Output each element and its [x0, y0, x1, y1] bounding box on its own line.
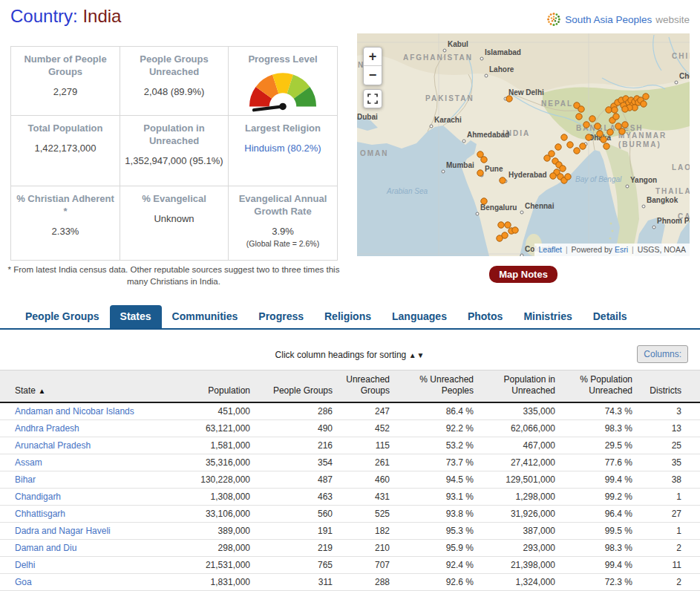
cell-value: 2	[632, 574, 700, 591]
people-group-dot[interactable]	[481, 157, 487, 163]
map-label-ahmedabad: Ahmedabad	[467, 131, 509, 139]
cell-state: Bihar	[0, 471, 186, 489]
leaflet-link[interactable]: Leaflet	[538, 245, 562, 254]
column-header-pct-unreached-peoples[interactable]: % Unreached Peoples	[390, 370, 474, 403]
people-group-dot[interactable]	[619, 128, 625, 134]
esri-link[interactable]: Esri	[615, 245, 628, 254]
people-group-dot[interactable]	[583, 122, 589, 128]
map-label-bengaluru: Bengaluru	[480, 203, 517, 212]
people-group-dot[interactable]	[500, 177, 506, 183]
state-link[interactable]: Bihar	[15, 474, 36, 485]
tab-states[interactable]: States	[110, 305, 162, 328]
people-group-dot[interactable]	[477, 170, 483, 176]
people-group-dot[interactable]	[622, 122, 628, 128]
column-header-state[interactable]: State ▲	[0, 370, 186, 403]
map-fullscreen-button[interactable]	[363, 89, 382, 108]
cell-value: 1	[632, 523, 700, 540]
people-group-dot[interactable]	[574, 148, 580, 154]
people-group-dot[interactable]	[580, 143, 586, 149]
column-header-people-groups[interactable]: People Groups	[250, 370, 333, 403]
tab-photos[interactable]: Photos	[457, 305, 513, 328]
state-link[interactable]: Chandigarh	[15, 492, 61, 502]
india-map[interactable]: AFGHANISTANPAKISTANCHINANEPALINDIABANGLA…	[357, 33, 690, 256]
stat-number-of-people-groups: Number of People Groups 2,279	[10, 46, 120, 116]
city-marker-icon	[476, 212, 479, 215]
cell-value: 765	[250, 557, 333, 574]
cell-value: 115	[333, 437, 390, 454]
people-group-dot[interactable]	[512, 227, 518, 233]
tab-people-groups[interactable]: People Groups	[15, 305, 110, 328]
state-link[interactable]: Andaman and Nicobar Islands	[15, 406, 134, 417]
table-row: Delhi21,531,00076570792.4 %21,398,00099.…	[0, 557, 700, 574]
people-group-dot[interactable]	[505, 222, 511, 228]
people-group-dot[interactable]	[622, 106, 628, 112]
people-group-dot[interactable]	[589, 116, 595, 122]
people-group-dot[interactable]	[603, 143, 609, 149]
people-group-dot[interactable]	[565, 174, 571, 180]
cell-value: 27	[632, 506, 700, 523]
cell-value: 1,308,000	[186, 489, 250, 506]
state-link[interactable]: Dadra and Nagar Haveli	[15, 526, 111, 536]
people-group-dot[interactable]	[555, 144, 561, 150]
people-group-dot[interactable]	[595, 123, 601, 129]
people-group-dot[interactable]	[597, 131, 603, 137]
south-asia-peoples-logo-icon	[546, 12, 561, 27]
people-group-dot[interactable]	[544, 155, 550, 161]
people-group-dot[interactable]	[586, 134, 592, 140]
state-link[interactable]: Delhi	[15, 560, 35, 570]
column-header-population[interactable]: Population	[186, 370, 250, 403]
state-link[interactable]: Goa	[15, 577, 32, 587]
people-group-dot[interactable]	[643, 94, 649, 99]
tab-ministries[interactable]: Ministries	[513, 305, 582, 328]
people-group-dot[interactable]	[578, 106, 584, 112]
tab-progress[interactable]: Progress	[248, 305, 314, 328]
columns-button[interactable]: Columns:	[637, 345, 688, 363]
people-group-dot[interactable]	[498, 222, 504, 228]
tab-details[interactable]: Details	[583, 305, 638, 328]
map-notes-button[interactable]: Map Notes	[489, 266, 557, 283]
column-header-population-in-unreached[interactable]: Population in Unreached	[474, 370, 555, 403]
people-group-dot[interactable]	[481, 198, 487, 204]
people-group-dot[interactable]	[497, 235, 503, 241]
column-header-pct-population-unreached[interactable]: % Population Unreached	[555, 370, 632, 403]
people-group-dot[interactable]	[601, 137, 606, 143]
cell-value: 130,228,000	[186, 471, 250, 489]
cell-state: Chhattisgarh	[0, 506, 186, 523]
map-zoom-in-button[interactable]: +	[364, 48, 382, 66]
state-link[interactable]: Assam	[15, 457, 42, 468]
cell-value: 182	[333, 523, 390, 540]
state-link[interactable]: Andhra Pradesh	[15, 423, 79, 434]
people-group-dot[interactable]	[612, 107, 618, 113]
people-group-dot[interactable]	[613, 114, 619, 120]
city-marker-icon	[462, 140, 465, 143]
cell-value: 92.4 %	[390, 557, 474, 574]
tab-religions[interactable]: Religions	[314, 305, 382, 328]
table-row: Arunachal Pradesh1,581,00021611553.2 %46…	[0, 437, 700, 454]
state-link[interactable]: Chhattisgarh	[15, 509, 65, 519]
tab-languages[interactable]: Languages	[382, 305, 457, 328]
column-header-districts[interactable]: Districts	[632, 370, 700, 403]
people-group-dot[interactable]	[560, 166, 566, 172]
state-link[interactable]: Arunachal Pradesh	[15, 440, 91, 451]
stat-population-in-unreached: Population in Unreached 1,352,947,000 (9…	[120, 115, 229, 186]
column-header-unreached-groups[interactable]: Unreached Groups	[333, 370, 390, 403]
cell-value: 92.2 %	[390, 420, 474, 437]
cell-value: 93.8 %	[390, 506, 474, 523]
largest-religion-link[interactable]: Hinduism (80.2%)	[244, 143, 321, 154]
people-group-dot[interactable]	[550, 173, 556, 179]
cell-value: 490	[250, 420, 333, 437]
people-group-dot[interactable]	[607, 129, 613, 135]
map-label-chennai: Chennai	[525, 202, 555, 210]
people-group-dot[interactable]	[506, 96, 512, 102]
map-label-new-delhi: New Delhi	[508, 88, 544, 97]
sources-label: USGS, NOAA	[638, 245, 686, 254]
site-link[interactable]: South Asia Peoples	[565, 14, 652, 25]
people-group-dot[interactable]	[567, 142, 573, 148]
people-group-dot[interactable]	[641, 101, 647, 107]
map-zoom-out-button[interactable]: −	[364, 66, 382, 85]
people-group-dot[interactable]	[561, 134, 567, 140]
stat-evangelical: % Evangelical Unknown	[120, 186, 229, 261]
tab-communities[interactable]: Communities	[162, 305, 249, 328]
state-link[interactable]: Daman and Diu	[15, 543, 76, 553]
people-group-dot[interactable]	[576, 114, 582, 120]
